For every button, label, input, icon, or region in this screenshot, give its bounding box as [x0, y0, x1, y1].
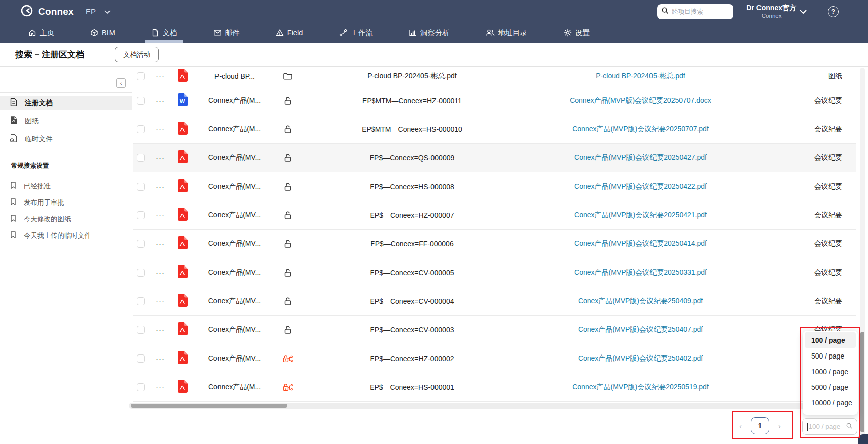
saved-search-item[interactable]: 已经批准	[0, 177, 132, 194]
row-checkbox[interactable]	[137, 211, 145, 219]
document-name: Conex产品(MV...	[192, 268, 277, 277]
vertical-scrollbar-thumb[interactable]	[860, 332, 864, 432]
next-page-button[interactable]: ›	[778, 422, 781, 430]
floating-corner-widget[interactable]	[858, 434, 868, 444]
document-link[interactable]: P-cloud BP-202405-彬总.pdf	[527, 72, 753, 81]
document-link[interactable]: Conex产品(MVP版)会议纪要20250331.pdf	[527, 268, 753, 277]
table-row: ···P-cloud BP...P-cloud BP-202405-彬总.pdf…	[133, 67, 856, 86]
unlocked-lock-icon	[282, 296, 293, 306]
page-size-option[interactable]: 5000 / page	[805, 379, 856, 395]
main-nav-tabs: 主页BIM文档邮件Field工作流洞察分析地址目录设置	[0, 23, 868, 43]
global-search[interactable]	[657, 4, 733, 19]
table-row: ···Connex产品(M...EP$MTM—Coneex=HS-000010C…	[133, 115, 856, 144]
row-checkbox[interactable]	[137, 125, 145, 133]
document-name: Conex产品(MV...	[192, 239, 277, 248]
document-id: EP$—Coneex=CV-000004	[296, 297, 527, 305]
bim-icon	[90, 29, 98, 37]
project-chevron-down-icon[interactable]	[104, 7, 111, 16]
row-actions-kebab-icon[interactable]: ···	[156, 98, 165, 103]
sidebar: ‹ 注册文档图纸临时文件 常规搜索设置 已经批准发布用于审批今天修改的图纸今天我…	[0, 67, 132, 402]
document-link[interactable]: Conex产品(MVP版)会议纪要250407.pdf	[527, 325, 753, 334]
tab-gear[interactable]: 设置	[558, 23, 596, 43]
unlocked-lock-icon	[282, 239, 293, 249]
row-actions-kebab-icon[interactable]: ···	[156, 299, 165, 304]
sidebar-item-regdoc[interactable]: 注册文档	[0, 96, 132, 110]
tab-people[interactable]: 地址目录	[480, 23, 533, 43]
page-size-option[interactable]: 1000 / page	[805, 364, 856, 379]
search-input[interactable]	[672, 8, 729, 15]
row-checkbox[interactable]	[137, 97, 145, 105]
tab-warning[interactable]: Field	[270, 23, 309, 43]
user-menu[interactable]: Dr Connex官方 Connex	[746, 4, 796, 20]
tab-label: 主页	[40, 28, 54, 38]
row-actions-kebab-icon[interactable]: ···	[156, 127, 165, 132]
drawing-icon	[9, 116, 18, 126]
sidebar-item-label: 临时文件	[25, 135, 53, 144]
sidebar-collapse-button[interactable]: ‹	[116, 78, 126, 88]
document-link[interactable]: Conex产品(MVP版)会议纪要20250427.pdf	[527, 153, 753, 162]
document-link[interactable]: Connex产品(MVP版)会议纪要20250707.docx	[527, 96, 753, 105]
row-checkbox[interactable]	[137, 326, 145, 334]
sidebar-item-drawing[interactable]: 图纸	[0, 114, 132, 128]
mail-icon	[213, 29, 222, 37]
row-actions-kebab-icon[interactable]: ···	[156, 327, 165, 332]
tab-mail[interactable]: 邮件	[207, 23, 246, 43]
document-link[interactable]: Conex产品(MVP版)会议纪要20250422.pdf	[527, 182, 753, 191]
page-size-option[interactable]: 100 / page	[805, 332, 856, 348]
document-link[interactable]: Connex产品(MVP版)会议纪要20250519.pdf	[527, 383, 753, 392]
document-name: Conex产品(MV...	[192, 325, 277, 334]
document-link[interactable]: Conex产品(MVP版)会议纪要250409.pdf	[527, 297, 753, 306]
svg-text:W: W	[180, 98, 185, 104]
tab-label: 工作流	[351, 28, 373, 38]
row-actions-kebab-icon[interactable]: ···	[156, 270, 165, 275]
row-checkbox[interactable]	[137, 354, 145, 363]
prev-page-button[interactable]: ‹	[739, 422, 742, 430]
row-actions-kebab-icon[interactable]: ···	[156, 385, 165, 390]
help-icon[interactable]: ?	[828, 6, 839, 17]
row-actions-kebab-icon[interactable]: ···	[156, 155, 165, 160]
document-link[interactable]: Conex产品(MVP版)会议纪要20250414.pdf	[527, 239, 753, 248]
row-actions-kebab-icon[interactable]: ···	[156, 356, 165, 361]
tab-workflow[interactable]: 工作流	[333, 23, 379, 43]
row-checkbox[interactable]	[137, 297, 145, 305]
document-category: 会议纪要	[753, 297, 842, 306]
user-chevron-down-icon[interactable]	[800, 7, 807, 16]
current-page-button[interactable]: 1	[751, 417, 769, 434]
document-link[interactable]: Conex产品(MVP版)会议纪要250402.pdf	[527, 354, 753, 363]
document-link[interactable]: Connex产品(MVP版)会议纪要20250707.pdf	[527, 125, 753, 134]
page-size-option[interactable]: 10000 / page	[805, 395, 856, 410]
document-name: P-cloud BP...	[192, 72, 277, 80]
saved-search-item[interactable]: 今天修改的图纸	[0, 211, 132, 227]
row-checkbox[interactable]	[137, 383, 145, 391]
svg-text:1: 1	[285, 359, 286, 362]
row-checkbox[interactable]	[137, 269, 145, 277]
document-id: EP$—Coneex=HS-000001	[296, 383, 527, 391]
page-header: 搜索 – 注册区文档 文档活动	[0, 43, 868, 67]
row-actions-kebab-icon[interactable]: ···	[156, 241, 165, 246]
page-size-option[interactable]: 500 / page	[805, 348, 856, 364]
document-activity-button[interactable]: 文档活动	[115, 47, 159, 62]
project-switcher[interactable]: EP	[86, 7, 96, 16]
row-checkbox[interactable]	[137, 183, 145, 191]
row-actions-kebab-icon[interactable]: ···	[156, 213, 165, 218]
unlocked-lock-icon	[282, 325, 293, 335]
row-actions-kebab-icon[interactable]: ···	[156, 74, 165, 79]
tab-chart[interactable]: 洞察分析	[403, 23, 456, 43]
row-checkbox[interactable]	[137, 72, 145, 80]
document-name: Conex产品(MV...	[192, 153, 277, 162]
saved-search-label: 已经批准	[24, 182, 51, 191]
row-checkbox[interactable]	[137, 240, 145, 248]
horizontal-scrollbar-thumb[interactable]	[131, 404, 287, 408]
saved-search-item[interactable]: 发布用于审批	[0, 194, 132, 211]
row-actions-kebab-icon[interactable]: ···	[156, 184, 165, 189]
tab-home[interactable]: 主页	[22, 23, 60, 43]
page-size-select[interactable]: 100 / page	[802, 418, 857, 435]
sidebar-item-tempfile[interactable]: 临时文件	[0, 132, 132, 146]
tab-label: 地址目录	[498, 28, 527, 38]
tempfile-icon	[9, 134, 18, 144]
document-link[interactable]: Conex产品(MVP版)会议纪要20250421.pdf	[527, 211, 753, 220]
tab-bim[interactable]: BIM	[84, 23, 121, 43]
saved-search-item[interactable]: 今天我上传的临时文件	[0, 227, 132, 244]
tab-doc[interactable]: 文档	[145, 23, 183, 43]
row-checkbox[interactable]	[137, 154, 145, 162]
